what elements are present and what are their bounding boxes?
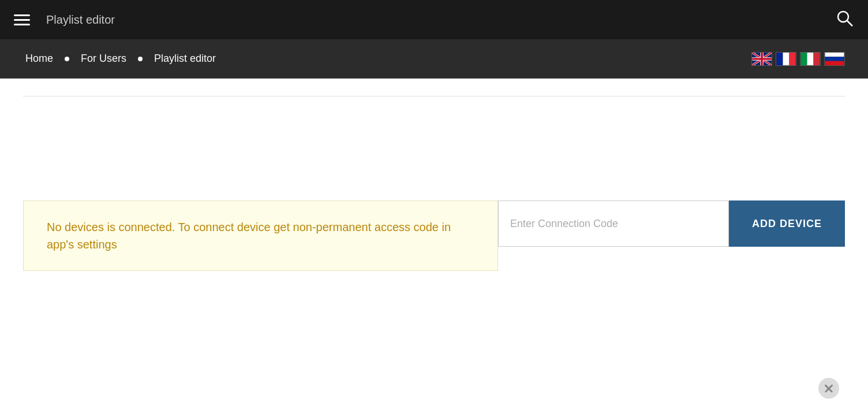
svg-rect-5 — [790, 53, 796, 65]
svg-rect-10 — [825, 57, 844, 61]
svg-rect-4 — [783, 53, 790, 65]
search-button[interactable] — [831, 5, 859, 35]
svg-rect-9 — [825, 53, 844, 57]
flag-fr[interactable] — [776, 52, 796, 66]
close-icon-area — [818, 378, 839, 399]
nav-links: Home For Users Playlist editor — [23, 53, 218, 65]
flag-ru[interactable] — [824, 52, 845, 66]
add-device-button[interactable]: ADD DEVICE — [729, 200, 845, 247]
nav-bar: Home For Users Playlist editor — [0, 39, 868, 79]
nav-separator-2 — [138, 57, 143, 61]
svg-rect-7 — [807, 53, 814, 65]
device-section: No devices is connected. To connect devi… — [23, 200, 845, 271]
hamburger-menu-icon[interactable] — [9, 10, 35, 30]
divider — [23, 96, 845, 96]
svg-line-1 — [847, 21, 852, 26]
flag-uk[interactable] — [751, 52, 772, 66]
nav-link-home[interactable]: Home — [23, 53, 55, 65]
search-icon — [836, 9, 854, 28]
svg-rect-8 — [814, 53, 820, 65]
flag-it[interactable] — [800, 52, 821, 66]
top-bar: Playlist editor — [0, 0, 868, 39]
top-bar-title: Playlist editor — [46, 13, 831, 27]
svg-rect-6 — [801, 53, 807, 65]
connection-area: ADD DEVICE — [498, 200, 845, 271]
language-flags — [751, 52, 845, 66]
nav-link-playlist-editor[interactable]: Playlist editor — [152, 53, 218, 65]
close-icon[interactable] — [818, 378, 839, 399]
no-device-box: No devices is connected. To connect devi… — [23, 200, 498, 271]
connection-code-input[interactable] — [498, 200, 729, 247]
main-content: No devices is connected. To connect devi… — [0, 79, 868, 416]
svg-rect-11 — [825, 61, 844, 65]
nav-link-for-users[interactable]: For Users — [78, 53, 129, 65]
svg-point-0 — [838, 12, 848, 22]
svg-rect-3 — [777, 53, 783, 65]
nav-separator-1 — [65, 57, 69, 61]
no-device-message: No devices is connected. To connect devi… — [47, 218, 474, 253]
